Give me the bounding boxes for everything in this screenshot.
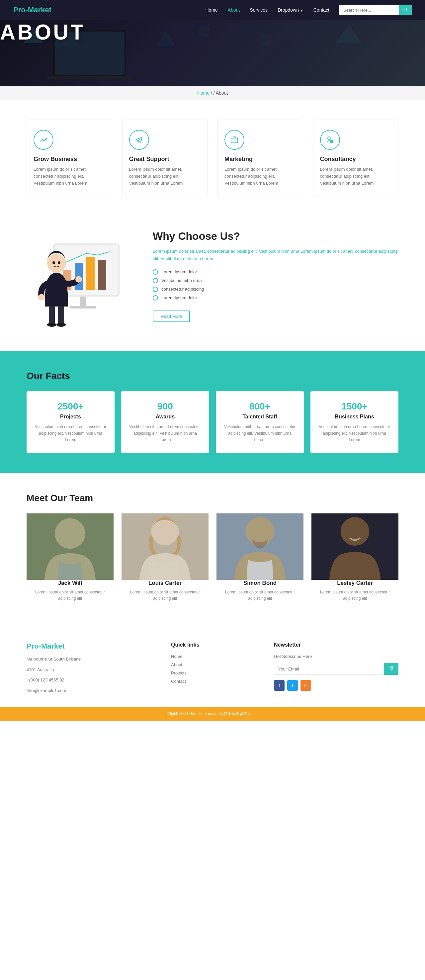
- footer-link-home[interactable]: Home: [171, 654, 254, 659]
- fact-card-0: 2500+ Projects Vestibulum nibh urna Lore…: [27, 391, 115, 453]
- fact-desc-0: Vestibulum nibh urna Lorem consectetur a…: [33, 424, 108, 443]
- svg-point-20: [47, 254, 66, 273]
- feature-card-2: Marketing Lorem ipsum dolor sit amet, co…: [218, 119, 303, 197]
- footer-address-line2: 4101 Australia.: [27, 666, 151, 673]
- why-list-item-2: consectetur adipiscing: [153, 286, 398, 292]
- team-photo-0: [27, 514, 113, 580]
- fact-number-3: 1500+: [317, 401, 392, 412]
- svg-point-27: [47, 323, 56, 327]
- feature-desc-1: Lorem ipsum dolor sit amet, consectetur …: [129, 166, 201, 187]
- svg-rect-8: [46, 76, 133, 79]
- svg-point-23: [38, 294, 45, 301]
- team-desc-1: Lorem ipsum dolor sit amet consectetur a…: [121, 589, 209, 602]
- rss-button[interactable]: [301, 680, 311, 691]
- newsletter-form: [274, 663, 398, 675]
- rss-icon: [304, 683, 308, 687]
- site-logo[interactable]: Pro-Market: [13, 6, 51, 14]
- team-desc-2: Lorem ipsum dolor sit amet consectetur a…: [216, 589, 304, 602]
- main-nav: Home About Services Dropdown ▼ Contact: [205, 7, 329, 13]
- svg-rect-14: [80, 297, 86, 307]
- features-section: Grow Business Lorem ipsum dolor sit amet…: [0, 100, 425, 217]
- svg-rect-37: [216, 514, 304, 580]
- svg-point-22: [58, 261, 60, 264]
- facts-grid: 2500+ Projects Vestibulum nibh urna Lore…: [27, 391, 398, 453]
- nav-dropdown[interactable]: Dropdown ▼: [278, 7, 304, 13]
- fact-label-3: Business Plans: [317, 414, 392, 420]
- newsletter-subtitle: Get Subscribe Here: [274, 654, 398, 659]
- marketing-icon: [224, 130, 244, 150]
- footer-bottom-text: 访问血号社区bbs.xieniao.com免费下载更多内容: [167, 711, 251, 716]
- breadcrumb: Home / / About: [0, 86, 425, 100]
- svg-rect-25: [49, 306, 55, 324]
- fact-label-0: Projects: [33, 414, 108, 420]
- nav-about[interactable]: About: [228, 7, 240, 13]
- facts-section: Our Facts 2500+ Projects Vestibulum nibh…: [0, 351, 425, 473]
- hero-title: ABOUT: [0, 20, 425, 45]
- search-button[interactable]: [399, 5, 412, 15]
- search-input[interactable]: [339, 5, 399, 15]
- dropdown-arrow-icon: ▼: [300, 9, 304, 12]
- team-card-1: Louis Carter Lorem ipsum dolor sit amet …: [121, 514, 209, 602]
- team-section: Meet Our Team Jack Will Lorem ipsum dolo…: [0, 473, 425, 622]
- newsletter-submit-button[interactable]: [384, 663, 398, 675]
- feature-title-2: Marketing: [224, 156, 296, 163]
- team-name-2: Simon Bond: [216, 580, 304, 587]
- hero-section: ABOUT: [0, 20, 425, 86]
- feature-desc-3: Lorem ipsum dolor sit amet, consectetur …: [320, 166, 392, 187]
- newsletter-title: Newsletter: [274, 642, 398, 648]
- why-list-item-3: Lorem ipsum dolor: [153, 295, 398, 301]
- fact-desc-2: Vestibulum nibh urna Lorem consectetur a…: [223, 424, 297, 443]
- svg-point-24: [75, 276, 82, 283]
- nav-services[interactable]: Services: [250, 7, 267, 13]
- team-desc-3: Lorem ipsum dolor sit amet consectetur a…: [312, 589, 398, 602]
- svg-rect-40: [312, 514, 398, 580]
- why-list-item-0: Lorem ipsum dolor: [153, 269, 398, 275]
- nav-contact[interactable]: Contact: [314, 7, 329, 13]
- svg-point-41: [304, 686, 305, 687]
- why-title: Why Choose Us?: [153, 230, 398, 242]
- feature-card-0: Grow Business Lorem ipsum dolor sit amet…: [27, 119, 112, 197]
- fact-label-1: Awards: [128, 414, 202, 420]
- footer-link-projects[interactable]: Projects: [171, 670, 254, 676]
- why-content: Why Choose Us? Lorem ipsum dolor sit ame…: [153, 230, 398, 322]
- facebook-button[interactable]: f: [274, 680, 285, 691]
- scroll-up-icon[interactable]: ↑: [256, 711, 258, 716]
- feature-card-3: Consultancy Lorem ipsum dolor sit amet, …: [313, 119, 399, 197]
- svg-point-10: [328, 137, 330, 140]
- breadcrumb-current: About: [216, 90, 228, 95]
- newsletter-email-input[interactable]: [274, 663, 384, 675]
- footer-bottom-bar: 访问血号社区bbs.xieniao.com免费下载更多内容 ↑: [0, 707, 425, 721]
- svg-rect-18: [86, 257, 95, 290]
- svg-rect-9: [231, 138, 238, 143]
- feature-title-0: Grow Business: [33, 156, 105, 163]
- feature-desc-0: Lorem ipsum dolor sit amet, consectetur …: [33, 166, 105, 187]
- team-photo-1: [121, 514, 209, 580]
- footer-brand: Pro-Market Melbourne St,South Birbane 41…: [27, 642, 151, 697]
- team-name-3: Lesley Carter: [312, 580, 398, 587]
- fact-number-2: 800+: [223, 401, 297, 412]
- feature-title-3: Consultancy: [320, 156, 392, 163]
- feature-card-1: Great Support Lorem ipsum dolor sit amet…: [122, 119, 208, 197]
- search-form: [339, 5, 412, 15]
- great-support-icon: [129, 130, 149, 150]
- fact-card-1: 900 Awards Vestibulum nibh urna Lorem co…: [121, 391, 209, 453]
- fact-desc-3: Vestibulum nibh urna Lorem consectetur a…: [317, 424, 392, 443]
- svg-rect-31: [27, 514, 113, 580]
- twitter-button[interactable]: t: [287, 680, 298, 691]
- read-more-button[interactable]: Read More: [153, 310, 190, 322]
- footer-email: Info@example1.com: [27, 687, 151, 694]
- footer-newsletter: Newsletter Get Subscribe Here f t: [274, 642, 398, 697]
- fact-number-1: 900: [128, 401, 202, 412]
- breadcrumb-home[interactable]: Home: [197, 90, 210, 95]
- footer-link-about[interactable]: About: [171, 662, 254, 667]
- consultancy-icon: [320, 130, 340, 150]
- site-footer: Pro-Market Melbourne St,South Birbane 41…: [0, 622, 425, 707]
- footer-link-contact[interactable]: Contact: [171, 679, 254, 684]
- footer-links-title: Quick links: [171, 642, 254, 648]
- nav-home[interactable]: Home: [205, 7, 218, 13]
- search-icon: [403, 7, 408, 12]
- fact-label-2: Talented Staff: [223, 414, 297, 420]
- footer-grid: Pro-Market Melbourne St,South Birbane 41…: [27, 642, 398, 697]
- team-card-3: Lesley Carter Lorem ipsum dolor sit amet…: [312, 514, 398, 602]
- team-card-0: Jack Will Lorem ipsum dolor sit amet con…: [27, 514, 113, 602]
